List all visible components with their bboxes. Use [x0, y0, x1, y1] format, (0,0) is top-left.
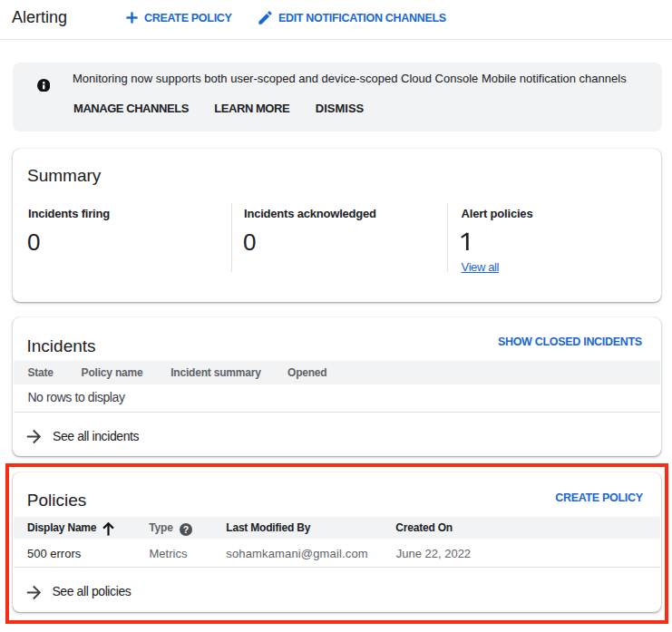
- svg-text:?: ?: [182, 523, 188, 534]
